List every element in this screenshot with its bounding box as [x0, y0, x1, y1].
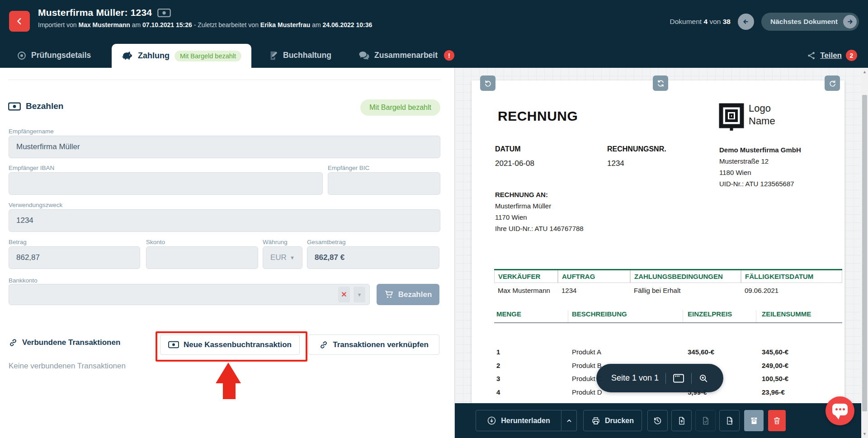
scroll-down-icon[interactable]: ▼ — [861, 432, 868, 436]
invoice-date-value: 2021-06-08 — [495, 159, 534, 168]
purpose-input[interactable] — [9, 209, 440, 232]
download-options-button[interactable] — [561, 410, 577, 431]
divider — [665, 373, 666, 384]
tab-buchhaltung[interactable]: Buchhaltung — [269, 43, 331, 68]
header-bar: Musterfirma Müller: 1234 Importiert von … — [0, 0, 868, 43]
share-button[interactable]: Teilen 2 — [807, 43, 857, 68]
vertical-scrollbar[interactable]: ▲ ▼ — [861, 68, 868, 438]
tab-bar: Prüfungsdetails Zahlung Mit Bargeld beza… — [0, 43, 868, 68]
iban-label: Empfänger IBAN — [9, 165, 54, 171]
banknote-icon — [157, 8, 171, 18]
tab-zahlung[interactable]: Zahlung Mit Bargeld bezahlt — [112, 44, 251, 68]
page-view-icon[interactable] — [673, 373, 684, 383]
document-upload-icon — [677, 416, 686, 425]
discount-label: Skonto — [146, 239, 165, 245]
chevron-up-icon — [566, 417, 573, 424]
rotate-right-icon — [828, 79, 837, 88]
recipient-name-label: Empfängername — [9, 128, 54, 135]
bank-account-dropdown-button[interactable]: ▼ — [354, 287, 365, 302]
rotate-180-button[interactable] — [653, 75, 668, 91]
iban-input[interactable] — [9, 172, 323, 195]
document-meta-line: Importiert von Max Mustermann am 07.10.2… — [38, 21, 372, 28]
download-icon — [487, 416, 496, 425]
link-transactions-button[interactable]: Transaktionen verknüpfen — [308, 334, 439, 355]
document-actions-toolbar: Herunterladen Drucken — [455, 403, 868, 438]
divider — [8, 80, 441, 80]
next-document-button[interactable]: Nächstes Dokument — [761, 13, 859, 31]
support-chat-button[interactable] — [826, 396, 854, 425]
invoice-meta-table: VERKÄUFER AUFTRAG ZAHLUNGSBEDINGUNGEN FÄ… — [494, 269, 842, 294]
document-export-icon — [725, 416, 734, 425]
seller-address-block: Demo Musterfirma GmbH Musterstraße 12 11… — [719, 144, 801, 189]
next-document-label: Nächstes Dokument — [770, 18, 838, 26]
purpose-label: Verwendungszweck — [9, 202, 62, 208]
payment-panel: Bezahlen Mit Bargeld bezahlt Empfängerna… — [0, 68, 454, 438]
back-button[interactable] — [9, 11, 30, 32]
document-counter: Dokument 4 von 38 — [670, 18, 731, 26]
trash-icon — [773, 416, 781, 425]
page-indicator-toolbar: Seite 1 von 1 — [596, 364, 723, 392]
document-preview-panel: RECHNUNG Logo Name DATUM 2021-06-08 RECH… — [454, 68, 868, 438]
chevron-down-icon: ▼ — [357, 292, 362, 297]
upload-document-button[interactable] — [671, 410, 692, 431]
new-cashbook-transaction-button[interactable]: Neue Kassenbuchtransaktion — [160, 334, 300, 355]
bill-to-block: RECHNUNG AN: Musterfirma Müller 1170 Wie… — [495, 189, 584, 234]
invoice-date-label: DATUM — [495, 145, 521, 153]
collaboration-alert-badge: ! — [444, 50, 454, 61]
invoice-title: RECHNUNG — [498, 108, 578, 124]
scrollbar-thumb[interactable] — [862, 95, 867, 411]
arrow-right-icon — [843, 15, 857, 28]
history-button[interactable] — [647, 410, 668, 431]
recipient-name-input[interactable] — [9, 136, 440, 158]
paid-cash-badge: Mit Bargeld bezahlt — [175, 51, 241, 61]
chain-link-icon — [319, 340, 328, 349]
currency-label: Währung — [263, 239, 288, 245]
invoice-number-value: 1234 — [607, 159, 624, 168]
page-title: Musterfirma Müller: 1234 — [38, 7, 152, 18]
amount-input[interactable] — [9, 246, 140, 269]
total-label: Gesamtbetrag — [307, 239, 346, 245]
connected-transactions-link[interactable]: Verbundene Transaktionen — [9, 338, 120, 347]
total-amount-value: 862,87 € — [307, 246, 439, 269]
pay-section-heading: Bezahlen — [8, 101, 63, 111]
previous-document-button[interactable] — [738, 14, 754, 30]
chevron-down-icon: ▼ — [290, 255, 295, 260]
chat-bubbles-icon — [359, 51, 370, 60]
pay-button[interactable]: Bezahlen — [377, 284, 439, 305]
bic-label: Empfänger BIC — [328, 165, 369, 171]
delete-button[interactable] — [768, 410, 786, 431]
items-header-underline — [494, 322, 842, 323]
chevron-left-icon — [14, 16, 24, 26]
bic-input[interactable] — [328, 172, 440, 195]
tab-zusammenarbeit[interactable]: Zusammenarbeit ! — [359, 43, 454, 68]
currency-select[interactable]: EUR ▼ — [263, 246, 302, 269]
archive-button[interactable] — [744, 410, 764, 431]
annotation-arrow — [216, 363, 241, 383]
clear-bank-account-button[interactable]: ✕ — [338, 287, 350, 302]
rotate-right-button[interactable] — [825, 75, 840, 91]
print-button[interactable]: Drucken — [583, 410, 642, 431]
amount-label: Betrag — [9, 239, 27, 245]
company-logo-icon — [719, 103, 744, 131]
scroll-up-icon[interactable]: ▲ — [861, 70, 868, 74]
no-transactions-text: Keine verbundenen Transaktionen — [9, 362, 126, 371]
piggy-bank-icon — [122, 51, 133, 61]
bank-account-label: Bankkonto — [9, 277, 38, 284]
bank-account-select[interactable] — [9, 284, 370, 305]
download-button[interactable]: Herunterladen — [476, 410, 561, 431]
chain-link-icon — [9, 338, 18, 347]
banknote-icon — [8, 102, 21, 111]
zoom-in-icon[interactable] — [698, 373, 708, 383]
cart-icon — [384, 290, 394, 299]
share-count-badge: 2 — [846, 50, 857, 61]
divider — [691, 373, 692, 384]
validate-document-button[interactable] — [695, 410, 716, 431]
bank-account-field: ✕ ▼ — [9, 284, 370, 305]
rotate-both-icon — [656, 79, 665, 88]
annotation-arrow-stem — [223, 383, 236, 399]
discount-input[interactable] — [146, 246, 258, 269]
rotate-left-button[interactable] — [480, 75, 495, 91]
tab-pruefungsdetails[interactable]: Prüfungsdetails — [17, 43, 91, 68]
bookkeeping-pencil-icon — [269, 51, 278, 61]
export-document-button[interactable] — [719, 410, 740, 431]
